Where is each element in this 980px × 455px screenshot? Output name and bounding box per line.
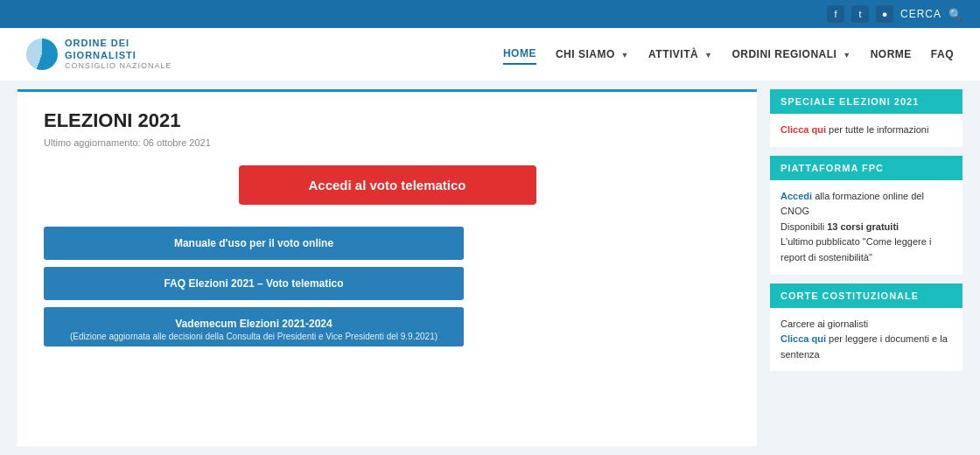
vademecum-label: Vademecum Elezioni 2021-2024 bbox=[175, 318, 332, 330]
logo-circle bbox=[26, 38, 58, 70]
faq-label: FAQ Elezioni 2021 – Voto telematico bbox=[164, 277, 343, 290]
logo-text: ORDINE DEI GIORNALISTI CONSIGLIO NAZIONA… bbox=[65, 38, 172, 70]
cerca-label: CERCA bbox=[900, 8, 942, 20]
vademecum-sub: (Edizione aggiornata alle decisioni dell… bbox=[61, 332, 446, 341]
disponibili-text: Disponibili bbox=[780, 221, 827, 232]
content-left: ELEZIONI 2021 Ultimo aggiornamento: 06 o… bbox=[18, 89, 757, 446]
nav-attivita[interactable]: ATTIVITÀ ▼ bbox=[648, 45, 712, 64]
instagram-icon[interactable]: ● bbox=[876, 5, 893, 23]
action-buttons: Manuale d'uso per il voto online FAQ Ele… bbox=[44, 227, 731, 346]
caret-icon: ▼ bbox=[621, 51, 629, 60]
sidebar-elezioni: SPECIALE ELEZIONI 2021 Clicca qui per tu… bbox=[770, 89, 962, 147]
nav-home[interactable]: HOME bbox=[503, 44, 536, 65]
vademecum-button[interactable]: Vademecum Elezioni 2021-2024 (Edizione a… bbox=[44, 307, 464, 346]
manual-label: Manuale d'uso per il voto online bbox=[174, 237, 333, 249]
last-update: Ultimo aggiornamento: 06 ottobre 2021 bbox=[44, 137, 731, 148]
logo-line3: CONSIGLIO NAZIONALE bbox=[65, 61, 172, 71]
search-icon[interactable]: 🔍 bbox=[948, 8, 962, 21]
clicca-rest-1: per tutte le informazioni bbox=[826, 124, 928, 135]
manual-button[interactable]: Manuale d'uso per il voto online bbox=[44, 227, 464, 260]
vote-button[interactable]: Accedi al voto telematico bbox=[239, 165, 536, 205]
sidebar-fpc: PIATTAFORMA FPC Accedi alla formazione o… bbox=[770, 156, 962, 275]
nav-faq[interactable]: FAQ bbox=[931, 45, 954, 64]
sidebar: SPECIALE ELEZIONI 2021 Clicca qui per tu… bbox=[770, 89, 962, 446]
sidebar-fpc-body: Accedi alla formazione online del CNOG D… bbox=[770, 180, 962, 275]
faq-button[interactable]: FAQ Elezioni 2021 – Voto telematico bbox=[44, 267, 464, 300]
sidebar-corte-body: Carcere ai giornalisti Clicca qui per le… bbox=[770, 308, 962, 372]
caret-icon2: ▼ bbox=[704, 51, 712, 60]
twitter-icon[interactable]: t bbox=[851, 5, 869, 23]
main-nav: HOME CHI SIAMO ▼ ATTIVITÀ ▼ ORDINI REGIO… bbox=[503, 44, 954, 65]
header: ORDINE DEI GIORNALISTI CONSIGLIO NAZIONA… bbox=[0, 28, 980, 80]
carcere-text: Carcere ai giornalisti bbox=[780, 318, 868, 329]
clicca-qui-link-2[interactable]: Clicca qui bbox=[780, 333, 826, 344]
accedi-link[interactable]: Accedi bbox=[780, 191, 812, 201]
sidebar-elezioni-body: Clicca qui per tutte le informazioni bbox=[770, 114, 962, 147]
nav-chi-siamo[interactable]: CHI SIAMO ▼ bbox=[556, 45, 629, 64]
pubblicato-text: L'ultimo pubblicato "Come leggere i repo… bbox=[780, 236, 931, 262]
sidebar-elezioni-header: SPECIALE ELEZIONI 2021 bbox=[770, 89, 962, 114]
nav-ordini[interactable]: ORDINI REGIONALI ▼ bbox=[732, 45, 850, 64]
social-icons: f t ● CERCA 🔍 bbox=[827, 5, 962, 23]
logo-line2: GIORNALISTI bbox=[65, 50, 172, 61]
corsi-count: 13 corsi gratuiti bbox=[827, 221, 899, 232]
facebook-icon[interactable]: f bbox=[827, 5, 844, 23]
clicca-qui-link-1[interactable]: Clicca qui bbox=[780, 124, 826, 135]
sidebar-fpc-header: PIATTAFORMA FPC bbox=[770, 156, 962, 180]
top-bar: f t ● CERCA 🔍 bbox=[0, 0, 980, 28]
logo-line1: ORDINE DEI bbox=[65, 38, 172, 49]
page-title: ELEZIONI 2021 bbox=[44, 109, 731, 132]
nav-norme[interactable]: NORME bbox=[871, 45, 912, 64]
sidebar-corte: CORTE COSTITUZIONALE Carcere ai giornali… bbox=[770, 284, 962, 372]
main-area: ELEZIONI 2021 Ultimo aggiornamento: 06 o… bbox=[0, 80, 980, 455]
sidebar-corte-header: CORTE COSTITUZIONALE bbox=[770, 284, 962, 308]
logo: ORDINE DEI GIORNALISTI CONSIGLIO NAZIONA… bbox=[26, 38, 172, 70]
caret-icon3: ▼ bbox=[843, 51, 850, 60]
